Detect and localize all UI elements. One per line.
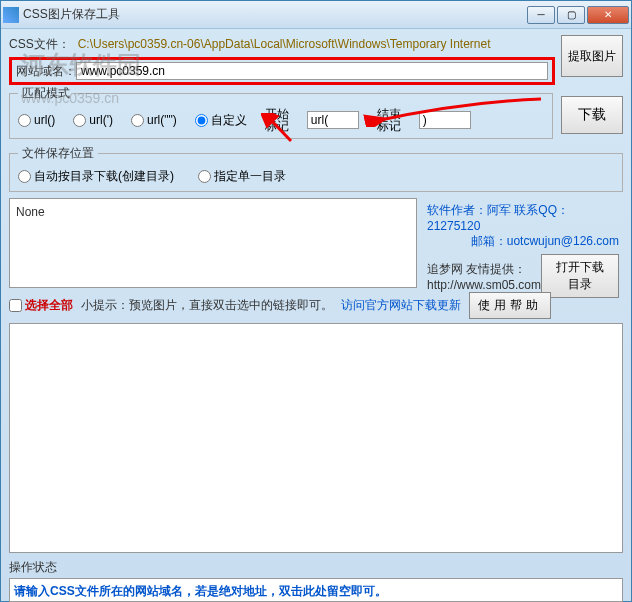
save-location-fieldset: 文件保存位置 自动按目录下载(创建目录) 指定单一目录: [9, 145, 623, 192]
window-title: CSS图片保存工具: [23, 6, 527, 23]
radio-single-dir[interactable]: 指定单一目录: [198, 168, 286, 185]
app-window: CSS图片保存工具 ─ ▢ ✕ 河东软件园 www.pc0359.cn CSS文…: [0, 0, 632, 602]
radio-auto-save[interactable]: 自动按目录下载(创建目录): [18, 168, 174, 185]
domain-label: 网站域名：: [16, 63, 76, 80]
end-mark-label: 结束 标记: [377, 108, 401, 132]
minimize-button[interactable]: ─: [527, 6, 555, 24]
download-button[interactable]: 下载: [561, 96, 623, 134]
radio-custom[interactable]: 自定义: [195, 112, 247, 129]
open-dir-button[interactable]: 打开下载目录: [541, 254, 619, 298]
domain-input[interactable]: [76, 62, 548, 80]
info-box: 软件作者：阿军 联系QQ：21275120 邮箱：uotcwujun@126.c…: [423, 198, 623, 288]
visit-site-link[interactable]: 访问官方网站下载更新: [341, 297, 461, 314]
site-url[interactable]: http://www.sm05.com: [427, 278, 541, 292]
radio-url2[interactable]: url('): [73, 113, 113, 127]
start-mark-input[interactable]: [307, 111, 359, 129]
extract-button[interactable]: 提取图片: [561, 35, 623, 77]
match-mode-legend: 匹配模式: [18, 85, 74, 102]
preview-box[interactable]: None: [9, 198, 417, 288]
help-button[interactable]: 使用帮助: [469, 292, 551, 319]
css-file-path[interactable]: C:\Users\pc0359.cn-06\AppData\Local\Micr…: [74, 35, 555, 53]
main-list[interactable]: [9, 323, 623, 553]
save-location-legend: 文件保存位置: [18, 145, 98, 162]
titlebar[interactable]: CSS图片保存工具 ─ ▢ ✕: [1, 1, 631, 29]
radio-url1[interactable]: url(): [18, 113, 55, 127]
match-mode-fieldset: 匹配模式 url() url(') url("") 自定义 开始 标记 结束 标…: [9, 85, 553, 139]
site-label: 追梦网 友情提供：: [427, 262, 526, 276]
status-label: 操作状态: [9, 559, 623, 576]
author-info: 软件作者：阿军 联系QQ：21275120: [427, 202, 619, 233]
status-box[interactable]: 请输入CSS文件所在的网站域名，若是绝对地址，双击此处留空即可。: [9, 578, 623, 602]
select-all-checkbox[interactable]: 选择全部: [9, 297, 73, 314]
close-button[interactable]: ✕: [587, 6, 629, 24]
preview-tip: 小提示：预览图片，直接双击选中的链接即可。: [81, 297, 333, 314]
start-mark-label: 开始 标记: [265, 108, 289, 132]
app-icon: [3, 7, 19, 23]
email-info: 邮箱：uotcwujun@126.com: [427, 233, 619, 250]
end-mark-input[interactable]: [419, 111, 471, 129]
maximize-button[interactable]: ▢: [557, 6, 585, 24]
css-file-label: CSS文件：: [9, 36, 70, 53]
radio-url3[interactable]: url(""): [131, 113, 177, 127]
domain-row-highlight: 网站域名：: [9, 57, 555, 85]
